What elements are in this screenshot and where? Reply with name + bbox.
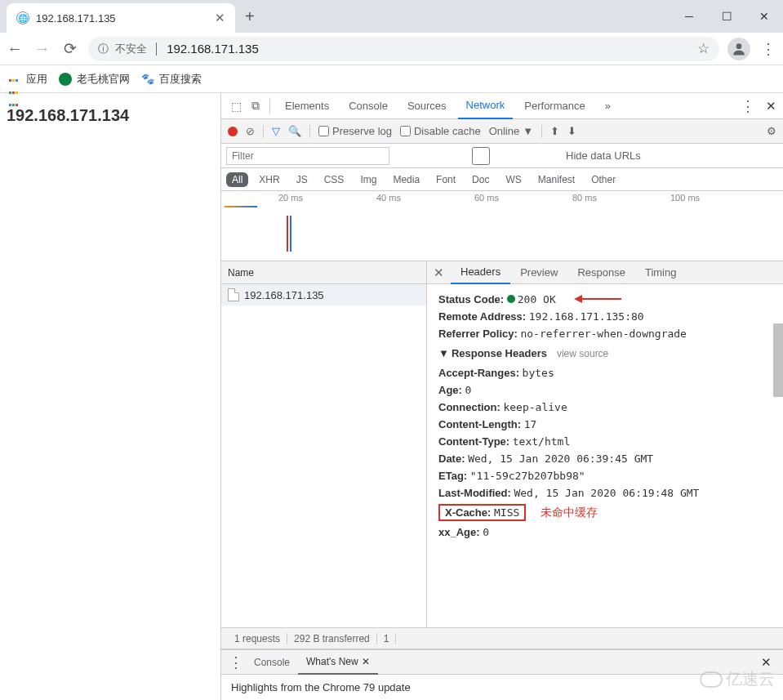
response-header-row: Connection: keep-alive	[438, 399, 772, 416]
record-button[interactable]	[228, 127, 238, 136]
detail-tab-preview[interactable]: Preview	[510, 261, 567, 284]
tab-performance[interactable]: Performance	[516, 93, 593, 119]
throttling-select[interactable]: Online▼	[489, 125, 533, 137]
more-tabs-icon[interactable]: »	[597, 93, 619, 119]
view-source-link[interactable]: view source	[557, 348, 608, 359]
tab-elements[interactable]: Elements	[277, 93, 337, 119]
detail-tab-response[interactable]: Response	[567, 261, 635, 284]
bookmark-favicon-icon: 🐾	[141, 73, 154, 86]
type-other[interactable]: Other	[585, 172, 621, 187]
console-drawer: ⋮ Console What's New ✕ ✕ Highlights from…	[221, 649, 783, 700]
settings-gear-icon[interactable]: ⚙	[767, 125, 776, 137]
chevron-down-icon: ▼	[523, 125, 533, 137]
content-area: 192.168.171.134 ⬚ ⧉ Elements Console Sou…	[0, 93, 783, 700]
response-header-row: Content-Length: 17	[438, 416, 772, 433]
response-headers-section[interactable]: ▼Response Headers view source	[438, 342, 772, 364]
download-har-icon[interactable]: ⬇	[567, 125, 576, 137]
inspect-element-icon[interactable]: ⬚	[228, 100, 245, 113]
preserve-log-checkbox[interactable]: Preserve log	[318, 125, 392, 137]
type-css[interactable]: CSS	[318, 172, 350, 187]
bookmark-label: 老毛桃官网	[77, 72, 130, 87]
response-header-row: ETag: "11-59c27b207bb98"	[438, 467, 772, 484]
hide-data-urls-checkbox[interactable]: Hide data URLs	[399, 147, 641, 165]
devtools-tab-bar: ⬚ ⧉ Elements Console Sources Network Per…	[221, 93, 783, 119]
devtools-menu-icon[interactable]: ⋮	[738, 97, 758, 115]
network-filter-bar: Hide data URLs	[221, 144, 783, 168]
forward-button[interactable]: →	[33, 39, 52, 59]
maximize-button[interactable]: ☐	[708, 0, 745, 33]
apps-label: 应用	[26, 72, 47, 87]
drawer-tab-whatsnew[interactable]: What's New ✕	[298, 650, 378, 675]
info-icon[interactable]: ⓘ	[98, 42, 109, 56]
scrollbar-thumb[interactable]	[773, 323, 783, 397]
network-toolbar: ⊘ ▽ 🔍 Preserve log Disable cache Online▼…	[221, 119, 783, 144]
status-third: 1	[377, 633, 397, 644]
name-column-header[interactable]: Name	[221, 261, 426, 284]
back-button[interactable]: ←	[5, 39, 24, 59]
detail-tabs: ✕ Headers Preview Response Timing	[427, 261, 783, 284]
type-media[interactable]: Media	[387, 172, 425, 187]
bookmark-item-2[interactable]: 🐾 百度搜索	[141, 72, 202, 87]
omnibox[interactable]: ⓘ 不安全 │ 192.168.171.135 ☆	[88, 37, 719, 61]
bookmark-label: 百度搜索	[159, 72, 202, 87]
new-tab-button[interactable]: +	[245, 7, 255, 26]
profile-avatar[interactable]	[727, 38, 750, 60]
request-row[interactable]: 192.168.171.135	[221, 284, 426, 305]
network-status-bar: 1 requests 292 B transferred 1	[221, 628, 783, 649]
drawer-tabs: ⋮ Console What's New ✕ ✕	[221, 650, 783, 675]
headers-body[interactable]: Status Code: 200 OK Remote Address: 192.…	[427, 284, 783, 627]
bookmark-star-icon[interactable]: ☆	[697, 40, 710, 57]
type-js[interactable]: JS	[291, 172, 314, 187]
close-icon[interactable]: ✕	[362, 656, 370, 667]
disable-cache-checkbox[interactable]: Disable cache	[400, 125, 481, 137]
close-window-button[interactable]: ✕	[745, 0, 783, 33]
filter-input[interactable]	[226, 147, 389, 165]
bookmark-item-1[interactable]: 老毛桃官网	[59, 72, 130, 87]
window-controls: ─ ☐ ✕	[670, 0, 783, 33]
device-toggle-icon[interactable]: ⧉	[248, 99, 263, 113]
devtools-close-icon[interactable]: ✕	[766, 99, 776, 114]
network-timeline[interactable]: 20 ms 40 ms 60 ms 80 ms 100 ms	[221, 191, 783, 261]
apps-shortcut[interactable]: 应用	[8, 72, 47, 87]
response-header-row: Content-Type: text/html	[438, 433, 772, 450]
detail-tab-headers[interactable]: Headers	[451, 261, 510, 284]
browser-tab[interactable]: 🌐 192.168.171.135 ✕	[7, 3, 235, 33]
watermark: 亿速云	[700, 668, 775, 690]
drawer-tab-console[interactable]: Console	[246, 650, 298, 675]
type-doc[interactable]: Doc	[466, 172, 495, 187]
tab-console[interactable]: Console	[340, 93, 396, 119]
resource-type-filters: All XHR JS CSS Img Media Font Doc WS Man…	[221, 168, 783, 191]
transferred-size: 292 B transferred	[287, 633, 377, 644]
type-ws[interactable]: WS	[500, 172, 527, 187]
type-font[interactable]: Font	[430, 172, 461, 187]
reload-button[interactable]: ⟳	[60, 39, 80, 59]
upload-har-icon[interactable]: ⬆	[550, 125, 559, 137]
type-img[interactable]: Img	[354, 172, 382, 187]
chrome-menu-icon[interactable]: ⋮	[759, 40, 778, 58]
response-header-row: Date: Wed, 15 Jan 2020 06:39:45 GMT	[438, 450, 772, 467]
tab-close-icon[interactable]: ✕	[215, 11, 225, 25]
drawer-menu-icon[interactable]: ⋮	[226, 653, 246, 671]
clear-button[interactable]: ⊘	[246, 125, 255, 137]
type-all[interactable]: All	[226, 172, 248, 187]
request-details: ✕ Headers Preview Response Timing Status…	[427, 261, 783, 627]
svg-point-0	[736, 43, 742, 49]
search-icon[interactable]: 🔍	[288, 125, 301, 137]
watermark-logo-icon	[700, 671, 723, 688]
tab-sources[interactable]: Sources	[399, 93, 455, 119]
bookmarks-bar: 应用 老毛桃官网 🐾 百度搜索	[0, 65, 783, 93]
globe-icon: 🌐	[16, 11, 29, 25]
detail-tab-timing[interactable]: Timing	[635, 261, 687, 284]
response-header-row: Age: 0	[438, 381, 772, 399]
close-details-icon[interactable]: ✕	[427, 265, 451, 280]
annotation-text: 未命中缓存	[541, 506, 598, 519]
arrow-annotation-icon	[574, 294, 623, 304]
drawer-close-icon[interactable]: ✕	[754, 655, 778, 670]
minimize-button[interactable]: ─	[670, 0, 708, 33]
type-manifest[interactable]: Manifest	[532, 172, 581, 187]
type-xhr[interactable]: XHR	[253, 172, 285, 187]
page-text: 192.168.171.134	[7, 106, 129, 124]
filter-toggle-icon[interactable]: ▽	[272, 125, 280, 137]
drawer-content: Highlights from the Chrome 79 update	[221, 675, 783, 700]
tab-network[interactable]: Network	[458, 93, 514, 119]
